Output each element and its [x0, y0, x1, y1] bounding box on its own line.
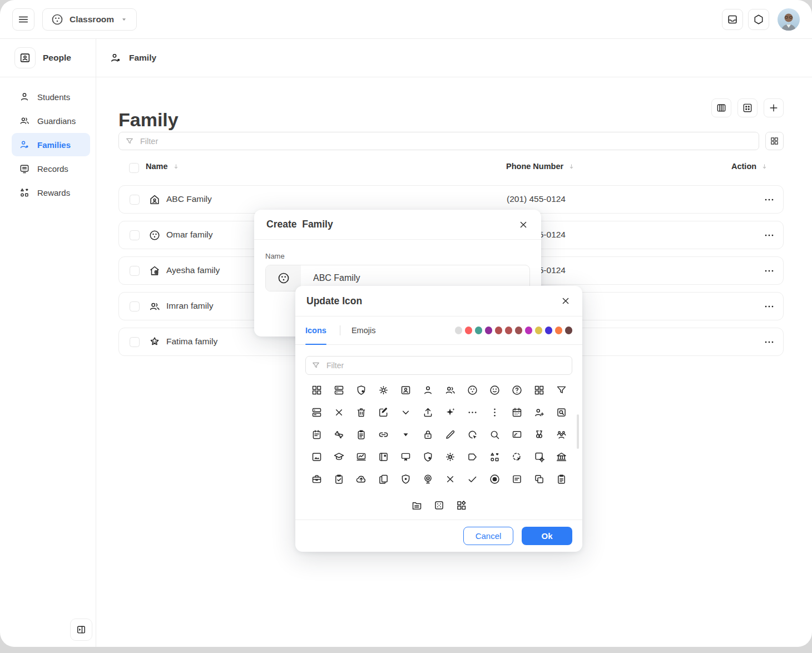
- sort-down-icon[interactable]: [760, 162, 769, 171]
- doc-gear-icon[interactable]: [528, 446, 550, 468]
- color-swatch[interactable]: [535, 326, 543, 334]
- filter-input[interactable]: [139, 136, 752, 146]
- link-icon[interactable]: [372, 423, 394, 446]
- scrollbar-thumb[interactable]: [577, 414, 579, 449]
- color-swatch[interactable]: [495, 326, 503, 334]
- grid-icon[interactable]: [305, 379, 328, 401]
- community-icon[interactable]: [550, 423, 572, 446]
- circle-dashed-cursor-icon[interactable]: [506, 446, 528, 468]
- graduation-cap-icon[interactable]: [328, 446, 350, 468]
- sidebar-item-rewards[interactable]: Rewards: [12, 181, 90, 204]
- sidebar-item-families[interactable]: Families: [12, 133, 90, 156]
- ellipsis-h-icon[interactable]: [461, 401, 483, 423]
- sparkle-icon[interactable]: [439, 401, 461, 423]
- copy-icon[interactable]: [372, 468, 394, 490]
- notifications-button[interactable]: [748, 9, 769, 30]
- color-swatch[interactable]: [565, 326, 573, 334]
- row-checkbox[interactable]: [130, 266, 140, 276]
- color-swatch[interactable]: [455, 326, 463, 334]
- row-actions-button[interactable]: [763, 194, 775, 206]
- calendar-note-icon[interactable]: [305, 423, 328, 446]
- check-icon[interactable]: [461, 468, 483, 490]
- user-icon[interactable]: [417, 379, 439, 401]
- grid-icon[interactable]: [528, 379, 550, 401]
- tab-emojis[interactable]: Emojis: [351, 316, 376, 344]
- clipboard-text-icon[interactable]: [550, 468, 572, 490]
- row-actions-button[interactable]: [763, 265, 775, 277]
- users-icon[interactable]: [439, 379, 461, 401]
- chevron-down-icon[interactable]: [394, 401, 417, 423]
- shield-user-icon[interactable]: [417, 446, 439, 468]
- tab-icons[interactable]: Icons: [305, 316, 326, 344]
- search-icon[interactable]: [483, 423, 506, 446]
- shield-lock-icon[interactable]: [394, 468, 417, 490]
- columns-view-button[interactable]: [711, 98, 731, 117]
- upload-icon[interactable]: [417, 401, 439, 423]
- row-checkbox[interactable]: [130, 337, 140, 347]
- briefcase-icon[interactable]: [305, 468, 328, 490]
- color-swatch[interactable]: [555, 326, 563, 334]
- server-2-icon[interactable]: [305, 401, 328, 423]
- clipboard-list-icon[interactable]: [350, 423, 372, 446]
- close-x-icon[interactable]: [328, 401, 350, 423]
- calendar-icon[interactable]: [506, 401, 528, 423]
- contact-card-icon[interactable]: [394, 379, 417, 401]
- trash-icon[interactable]: [350, 401, 372, 423]
- dice-icon[interactable]: [428, 494, 450, 516]
- user-avatar[interactable]: [778, 8, 800, 31]
- cancel-button[interactable]: Cancel: [463, 527, 513, 545]
- face-wink-icon[interactable]: [483, 379, 506, 401]
- shapes-icon[interactable]: [483, 446, 506, 468]
- cloud-upload-icon[interactable]: [350, 468, 372, 490]
- icon-filter-input[interactable]: [325, 360, 566, 370]
- color-swatch[interactable]: [515, 326, 523, 334]
- film-icon[interactable]: [372, 446, 394, 468]
- row-actions-button[interactable]: [763, 300, 775, 313]
- layout-toggle-button[interactable]: [765, 132, 784, 150]
- close-button[interactable]: [518, 219, 529, 230]
- workspace-selector[interactable]: Classroom: [42, 8, 137, 31]
- image-icon[interactable]: [305, 446, 328, 468]
- select-all-checkbox[interactable]: [129, 163, 139, 173]
- edit-square-icon[interactable]: [372, 401, 394, 423]
- color-swatch[interactable]: [525, 326, 533, 334]
- help-circle-icon[interactable]: [506, 379, 528, 401]
- presentation-chart-icon[interactable]: [350, 446, 372, 468]
- target-icon[interactable]: [417, 468, 439, 490]
- hamburger-menu-button[interactable]: [12, 8, 34, 31]
- sort-down-icon[interactable]: [567, 162, 576, 171]
- face-dots-icon[interactable]: [461, 379, 483, 401]
- row-checkbox[interactable]: [130, 301, 140, 311]
- ellipsis-v-icon[interactable]: [483, 401, 506, 423]
- lock-icon[interactable]: [417, 423, 439, 446]
- row-checkbox[interactable]: [130, 230, 140, 240]
- clipboard-check-icon[interactable]: [328, 468, 350, 490]
- gear-filled-icon[interactable]: [439, 446, 461, 468]
- close-x-icon[interactable]: [439, 468, 461, 490]
- sidebar-item-records[interactable]: Records: [12, 157, 90, 180]
- row-checkbox[interactable]: [130, 195, 140, 205]
- vote-icon[interactable]: [328, 423, 350, 446]
- row-actions-button[interactable]: [763, 229, 775, 241]
- color-swatch[interactable]: [505, 326, 513, 334]
- color-swatch[interactable]: [475, 326, 483, 334]
- color-swatch[interactable]: [465, 326, 473, 334]
- server-icon[interactable]: [328, 379, 350, 401]
- close-button[interactable]: [560, 295, 571, 306]
- sort-down-icon[interactable]: [172, 162, 180, 171]
- shapes-2-icon[interactable]: [450, 494, 472, 516]
- grid-view-button[interactable]: [737, 98, 757, 117]
- color-swatch[interactable]: [545, 326, 553, 334]
- funnel-icon[interactable]: [550, 379, 572, 401]
- shield-user-icon[interactable]: [350, 379, 372, 401]
- inbox-button[interactable]: [722, 9, 743, 30]
- pencil-icon[interactable]: [439, 423, 461, 446]
- sidebar-collapse-button[interactable]: [70, 619, 92, 641]
- radio-selected-icon[interactable]: [483, 468, 506, 490]
- caret-down-sm-icon[interactable]: [394, 423, 417, 446]
- sidebar-section-header[interactable]: People: [0, 39, 96, 77]
- add-family-button[interactable]: [764, 98, 784, 117]
- user-plus-icon[interactable]: [528, 401, 550, 423]
- ok-button[interactable]: Ok: [522, 527, 572, 545]
- cursor-click-icon[interactable]: [461, 423, 483, 446]
